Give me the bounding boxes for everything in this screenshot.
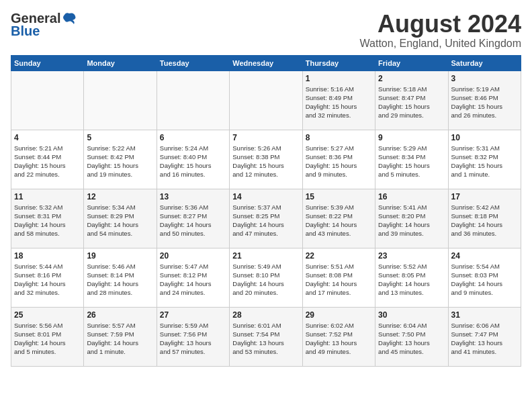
week-row-4: 18Sunrise: 5:44 AMSunset: 8:16 PMDayligh… — [11, 248, 521, 307]
calendar-cell: 2Sunrise: 5:18 AMSunset: 8:47 PMDaylight… — [375, 71, 448, 130]
col-saturday: Saturday — [448, 55, 521, 71]
day-info: Sunrise: 5:31 AMSunset: 8:32 PMDaylight:… — [451, 144, 518, 179]
day-number: 15 — [306, 192, 372, 201]
col-thursday: Thursday — [302, 55, 375, 71]
day-number: 19 — [87, 251, 153, 261]
day-number: 21 — [232, 251, 299, 261]
calendar-cell — [157, 71, 229, 130]
day-info: Sunrise: 5:32 AMSunset: 8:31 PMDaylight:… — [14, 203, 81, 238]
day-info: Sunrise: 5:49 AMSunset: 8:10 PMDaylight:… — [232, 262, 299, 298]
day-number: 28 — [232, 310, 299, 320]
calendar-cell: 25Sunrise: 5:56 AMSunset: 8:01 PMDayligh… — [11, 307, 84, 366]
calendar-cell: 21Sunrise: 5:49 AMSunset: 8:10 PMDayligh… — [230, 248, 302, 307]
calendar-cell: 18Sunrise: 5:44 AMSunset: 8:16 PMDayligh… — [11, 248, 84, 307]
day-info: Sunrise: 5:16 AMSunset: 8:49 PMDaylight:… — [306, 85, 372, 120]
day-info: Sunrise: 5:59 AMSunset: 7:56 PMDaylight:… — [160, 321, 226, 357]
day-number: 23 — [378, 251, 445, 261]
day-number: 3 — [451, 74, 518, 83]
calendar-cell: 20Sunrise: 5:47 AMSunset: 8:12 PMDayligh… — [157, 248, 229, 307]
calendar-cell: 7Sunrise: 5:26 AMSunset: 8:38 PMDaylight… — [230, 130, 302, 189]
logo-bird-icon — [62, 12, 77, 26]
calendar-cell: 1Sunrise: 5:16 AMSunset: 8:49 PMDaylight… — [302, 71, 375, 130]
calendar-subtitle: Watton, England, United Kingdom — [360, 38, 521, 50]
calendar-cell: 30Sunrise: 6:04 AMSunset: 7:50 PMDayligh… — [375, 307, 448, 366]
col-tuesday: Tuesday — [157, 55, 229, 71]
calendar-cell: 8Sunrise: 5:27 AMSunset: 8:36 PMDaylight… — [302, 130, 375, 189]
day-number: 29 — [306, 310, 372, 320]
col-wednesday: Wednesday — [230, 55, 302, 71]
week-row-1: 1Sunrise: 5:16 AMSunset: 8:49 PMDaylight… — [11, 71, 521, 130]
calendar-cell: 26Sunrise: 5:57 AMSunset: 7:59 PMDayligh… — [84, 307, 157, 366]
day-info: Sunrise: 6:01 AMSunset: 7:54 PMDaylight:… — [232, 321, 299, 357]
day-info: Sunrise: 5:27 AMSunset: 8:36 PMDaylight:… — [306, 144, 372, 179]
calendar-cell: 16Sunrise: 5:41 AMSunset: 8:20 PMDayligh… — [375, 189, 448, 248]
day-number: 24 — [451, 251, 518, 261]
title-area: August 2024 Watton, England, United King… — [360, 11, 521, 50]
day-info: Sunrise: 5:18 AMSunset: 8:47 PMDaylight:… — [378, 85, 445, 120]
calendar-cell: 11Sunrise: 5:32 AMSunset: 8:31 PMDayligh… — [11, 189, 84, 248]
day-number: 25 — [14, 310, 81, 320]
day-number: 2 — [378, 74, 445, 83]
calendar-cell: 29Sunrise: 6:02 AMSunset: 7:52 PMDayligh… — [302, 307, 375, 366]
day-info: Sunrise: 5:39 AMSunset: 8:22 PMDaylight:… — [306, 203, 372, 238]
day-number: 11 — [14, 192, 81, 201]
day-info: Sunrise: 5:46 AMSunset: 8:14 PMDaylight:… — [87, 262, 153, 298]
day-number: 22 — [306, 251, 372, 261]
logo-blue-text: Blue — [11, 24, 40, 39]
day-info: Sunrise: 5:57 AMSunset: 7:59 PMDaylight:… — [87, 321, 153, 357]
calendar-cell: 3Sunrise: 5:19 AMSunset: 8:46 PMDaylight… — [448, 71, 521, 130]
day-number: 8 — [306, 133, 372, 142]
calendar-cell: 4Sunrise: 5:21 AMSunset: 8:44 PMDaylight… — [11, 130, 84, 189]
day-info: Sunrise: 5:21 AMSunset: 8:44 PMDaylight:… — [14, 144, 81, 179]
calendar-table: Sunday Monday Tuesday Wednesday Thursday… — [11, 55, 521, 367]
day-info: Sunrise: 5:47 AMSunset: 8:12 PMDaylight:… — [160, 262, 226, 298]
calendar-cell: 17Sunrise: 5:42 AMSunset: 8:18 PMDayligh… — [448, 189, 521, 248]
day-number: 17 — [451, 192, 518, 201]
day-info: Sunrise: 5:51 AMSunset: 8:08 PMDaylight:… — [306, 262, 372, 298]
day-info: Sunrise: 5:24 AMSunset: 8:40 PMDaylight:… — [160, 144, 226, 179]
calendar-cell: 12Sunrise: 5:34 AMSunset: 8:29 PMDayligh… — [84, 189, 157, 248]
week-row-5: 25Sunrise: 5:56 AMSunset: 8:01 PMDayligh… — [11, 307, 521, 366]
calendar-cell: 14Sunrise: 5:37 AMSunset: 8:25 PMDayligh… — [230, 189, 302, 248]
calendar-cell: 22Sunrise: 5:51 AMSunset: 8:08 PMDayligh… — [302, 248, 375, 307]
calendar-cell: 31Sunrise: 6:06 AMSunset: 7:47 PMDayligh… — [448, 307, 521, 366]
day-info: Sunrise: 5:29 AMSunset: 8:34 PMDaylight:… — [378, 144, 445, 179]
day-number: 14 — [232, 192, 299, 201]
calendar-cell: 23Sunrise: 5:52 AMSunset: 8:05 PMDayligh… — [375, 248, 448, 307]
calendar-cell: 9Sunrise: 5:29 AMSunset: 8:34 PMDaylight… — [375, 130, 448, 189]
day-info: Sunrise: 5:34 AMSunset: 8:29 PMDaylight:… — [87, 203, 153, 238]
logo: General Blue — [11, 11, 77, 39]
calendar-cell — [230, 71, 302, 130]
day-info: Sunrise: 5:37 AMSunset: 8:25 PMDaylight:… — [232, 203, 299, 238]
col-sunday: Sunday — [11, 55, 84, 71]
calendar-cell: 6Sunrise: 5:24 AMSunset: 8:40 PMDaylight… — [157, 130, 229, 189]
day-number: 26 — [87, 310, 153, 320]
calendar-title: August 2024 — [360, 11, 521, 38]
day-info: Sunrise: 5:41 AMSunset: 8:20 PMDaylight:… — [378, 203, 445, 238]
calendar-cell — [11, 71, 84, 130]
calendar-cell: 5Sunrise: 5:22 AMSunset: 8:42 PMDaylight… — [84, 130, 157, 189]
day-info: Sunrise: 5:54 AMSunset: 8:03 PMDaylight:… — [451, 262, 518, 298]
calendar-cell: 15Sunrise: 5:39 AMSunset: 8:22 PMDayligh… — [302, 189, 375, 248]
day-number: 5 — [87, 133, 153, 142]
day-info: Sunrise: 6:02 AMSunset: 7:52 PMDaylight:… — [306, 321, 372, 357]
day-info: Sunrise: 5:36 AMSunset: 8:27 PMDaylight:… — [160, 203, 226, 238]
day-number: 7 — [232, 133, 299, 142]
calendar-cell — [84, 71, 157, 130]
day-number: 31 — [451, 310, 518, 320]
day-info: Sunrise: 5:42 AMSunset: 8:18 PMDaylight:… — [451, 203, 518, 238]
day-info: Sunrise: 5:22 AMSunset: 8:42 PMDaylight:… — [87, 144, 153, 179]
week-row-2: 4Sunrise: 5:21 AMSunset: 8:44 PMDaylight… — [11, 130, 521, 189]
day-number: 18 — [14, 251, 81, 261]
day-info: Sunrise: 5:56 AMSunset: 8:01 PMDaylight:… — [14, 321, 81, 357]
day-info: Sunrise: 5:52 AMSunset: 8:05 PMDaylight:… — [378, 262, 445, 298]
calendar-cell: 27Sunrise: 5:59 AMSunset: 7:56 PMDayligh… — [157, 307, 229, 366]
day-number: 27 — [160, 310, 226, 320]
calendar-cell: 10Sunrise: 5:31 AMSunset: 8:32 PMDayligh… — [448, 130, 521, 189]
day-number: 1 — [306, 74, 372, 83]
day-info: Sunrise: 5:44 AMSunset: 8:16 PMDaylight:… — [14, 262, 81, 298]
day-info: Sunrise: 5:26 AMSunset: 8:38 PMDaylight:… — [232, 144, 299, 179]
calendar-cell: 28Sunrise: 6:01 AMSunset: 7:54 PMDayligh… — [230, 307, 302, 366]
day-number: 13 — [160, 192, 226, 201]
col-monday: Monday — [84, 55, 157, 71]
